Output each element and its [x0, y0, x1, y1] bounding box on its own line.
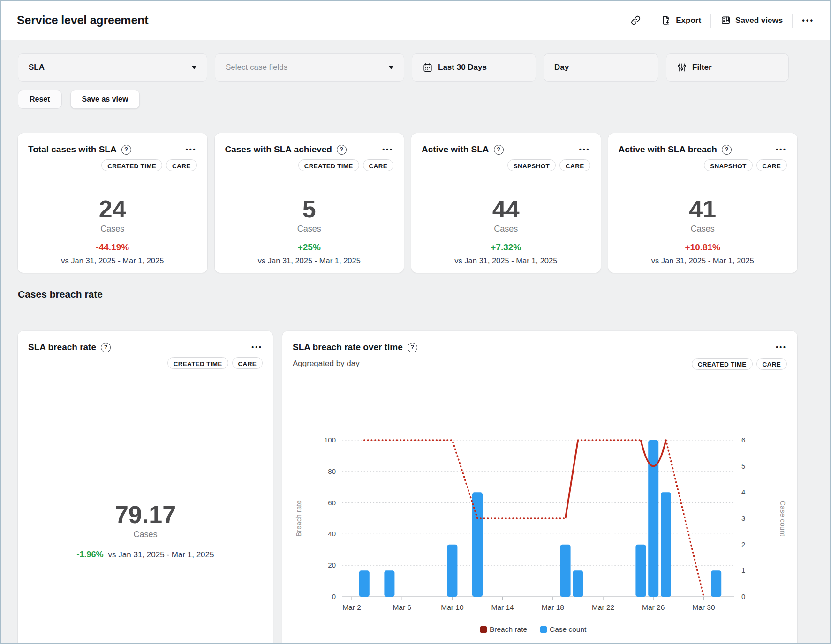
help-icon[interactable]: ? [494, 145, 504, 155]
chart-subtitle: Aggregated by day [293, 359, 360, 368]
help-icon[interactable]: ? [101, 343, 111, 352]
kpi-comparison-period: vs Jan 31, 2025 - Mar 1, 2025 [225, 256, 394, 265]
badge-snapshot: SNAPSHOT [507, 159, 556, 171]
metric-select-value: SLA [29, 63, 45, 72]
badge-care: CARE [756, 358, 787, 370]
section-title-cases-breach-rate: Cases breach rate [18, 289, 797, 300]
card-more-menu[interactable]: ••• [186, 146, 197, 153]
dashboard-content: SLA Select case fields Last 30 Days Day [1, 40, 830, 644]
date-range-picker[interactable]: Last 30 Days [412, 53, 536, 82]
svg-text:Breach rate: Breach rate [295, 500, 302, 537]
kpi-cards-row: Total cases with SLA ? ••• CREATED TIME … [18, 133, 797, 273]
card-more-menu[interactable]: ••• [776, 344, 787, 351]
saved-views-icon [720, 15, 731, 26]
svg-text:Mar 10: Mar 10 [441, 603, 464, 611]
kpi-change: +25% [225, 242, 394, 253]
svg-text:40: 40 [328, 530, 336, 538]
card-more-menu[interactable]: ••• [251, 344, 263, 351]
saved-views-button[interactable]: Saved views [720, 15, 783, 26]
export-label: Export [676, 16, 701, 25]
card-title: SLA breach rate [28, 342, 96, 352]
svg-text:Breach rate: Breach rate [490, 625, 527, 633]
kpi-value: 44 [422, 196, 590, 222]
export-button[interactable]: Export [661, 15, 701, 26]
breach-rate-unit: Cases [28, 530, 263, 539]
filter-sliders-icon [677, 62, 687, 73]
breach-rate-row: SLA breach rate ? ••• CREATED TIME CARE … [18, 331, 797, 644]
breach-rate-change: -1.96% [77, 550, 104, 559]
svg-text:3: 3 [741, 514, 745, 522]
chevron-down-icon [389, 66, 393, 69]
header-more-menu[interactable]: ••• [802, 16, 814, 25]
header-divider [651, 14, 651, 28]
svg-text:80: 80 [328, 467, 336, 475]
svg-text:Mar 26: Mar 26 [642, 603, 665, 611]
badge-created-time: CREATED TIME [167, 357, 228, 369]
badge-care: CARE [363, 159, 393, 171]
kpi-card-cases-with-sla-achieved: Cases with SLA achieved ? ••• CREATED TI… [215, 133, 404, 273]
header-divider [792, 14, 793, 28]
kpi-value: 41 [619, 196, 787, 222]
card-more-menu[interactable]: ••• [579, 146, 590, 153]
help-icon[interactable]: ? [408, 343, 417, 352]
card-title: Total cases with SLA [28, 144, 117, 155]
card-title: Active with SLA breach [619, 144, 717, 155]
svg-text:Mar 18: Mar 18 [542, 603, 564, 611]
kpi-value: 24 [28, 196, 197, 222]
help-icon[interactable]: ? [722, 145, 732, 155]
filter-button[interactable]: Filter [666, 53, 789, 82]
filter-actions: Reset Save as view [18, 90, 797, 109]
page-title: Service level agreement [17, 14, 148, 27]
help-icon[interactable]: ? [337, 145, 347, 155]
badge-created-time: CREATED TIME [298, 159, 359, 171]
chevron-down-icon [192, 66, 196, 69]
kpi-value: 5 [225, 196, 394, 222]
sla-breach-rate-over-time-card: SLA breach rate over time ? ••• Aggregat… [282, 331, 797, 644]
kpi-card-active-with-sla-breach: Active with SLA breach ? ••• SNAPSHOT CA… [608, 133, 798, 273]
kpi-unit: Cases [225, 224, 394, 234]
svg-text:2: 2 [741, 540, 745, 548]
svg-text:Mar 6: Mar 6 [393, 603, 411, 611]
reset-button[interactable]: Reset [18, 90, 62, 109]
card-more-menu[interactable]: ••• [776, 146, 787, 153]
granularity-value: Day [554, 63, 569, 72]
badge-care: CARE [232, 357, 263, 369]
help-icon[interactable]: ? [121, 145, 131, 155]
kpi-card-active-with-sla: Active with SLA ? ••• SNAPSHOT CARE 44 C… [411, 133, 601, 273]
kpi-comparison-period: vs Jan 31, 2025 - Mar 1, 2025 [28, 256, 197, 265]
kpi-comparison-period: vs Jan 31, 2025 - Mar 1, 2025 [422, 256, 590, 265]
badge-care: CARE [559, 159, 590, 171]
calendar-icon [423, 62, 433, 73]
sla-breach-rate-card: SLA breach rate ? ••• CREATED TIME CARE … [18, 331, 273, 644]
card-more-menu[interactable]: ••• [382, 146, 393, 153]
badge-snapshot: SNAPSHOT [704, 159, 752, 171]
metric-select[interactable]: SLA [18, 53, 207, 82]
card-title: Active with SLA [422, 144, 489, 155]
svg-text:1: 1 [741, 566, 745, 574]
svg-text:0: 0 [332, 592, 336, 600]
filter-label: Filter [692, 63, 712, 72]
export-icon [661, 15, 672, 26]
card-title: Cases with SLA achieved [225, 144, 332, 155]
svg-text:Mar 2: Mar 2 [342, 603, 361, 611]
svg-text:60: 60 [328, 499, 336, 507]
svg-text:Mar 30: Mar 30 [692, 603, 715, 611]
date-range-value: Last 30 Days [438, 63, 487, 72]
svg-text:100: 100 [324, 436, 336, 444]
kpi-comparison-period: vs Jan 31, 2025 - Mar 1, 2025 [619, 256, 787, 265]
svg-text:5: 5 [741, 462, 745, 470]
svg-text:Mar 14: Mar 14 [491, 603, 514, 611]
case-fields-select[interactable]: Select case fields [215, 53, 404, 82]
badge-care: CARE [166, 159, 196, 171]
save-as-view-button[interactable]: Save as view [70, 90, 140, 109]
breach-rate-value: 79.17 [28, 502, 263, 528]
breach-comparison-period: vs Jan 31, 2025 - Mar 1, 2025 [108, 550, 214, 559]
svg-text:Mar 22: Mar 22 [592, 603, 614, 611]
filter-bar: SLA Select case fields Last 30 Days Day [18, 53, 797, 82]
granularity-select[interactable]: Day [544, 53, 658, 82]
page-header: Service level agreement Export [1, 1, 830, 40]
kpi-unit: Cases [619, 224, 787, 234]
copy-link-icon[interactable] [630, 15, 642, 26]
case-fields-placeholder: Select case fields [226, 63, 287, 72]
saved-views-label: Saved views [735, 16, 783, 25]
